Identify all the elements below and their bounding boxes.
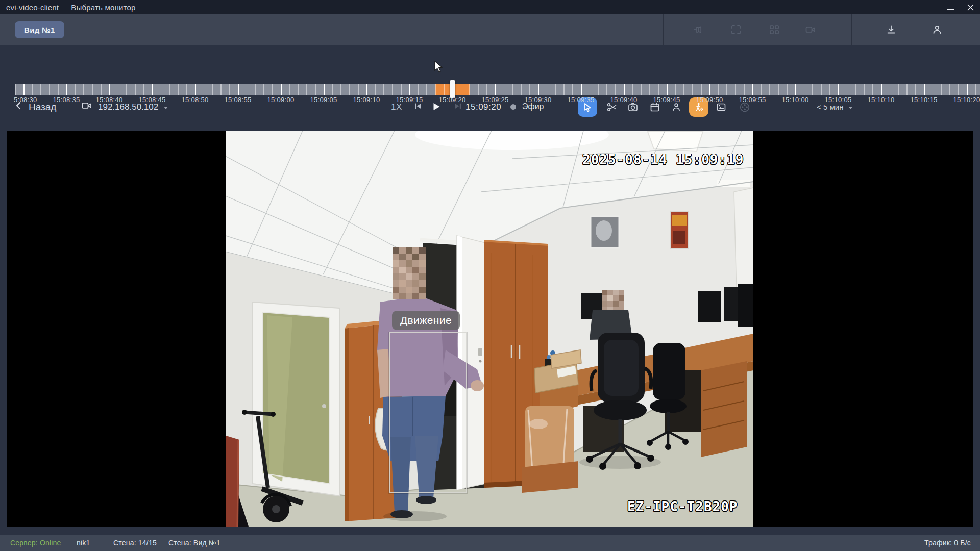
- statusbar: Сервер: Online nik1 Стена: 14/15 Стена: …: [0, 535, 980, 551]
- timeline-labels: 15:08:3015:08:3515:08:4015:08:4515:08:50…: [13, 96, 980, 105]
- timeline: 15:08:3015:08:3515:08:4015:08:4515:08:50…: [0, 77, 980, 106]
- camera-scene: [226, 131, 753, 527]
- toolbar: Назад 192.168.50.102 1X 15:09:20 Эфир: [0, 45, 980, 77]
- video-stage: Движение 2025-08-14 15:09:19 EZ-IPC-T2B2…: [7, 131, 973, 527]
- close-button[interactable]: [961, 0, 980, 14]
- fullscreen-icon[interactable]: [730, 24, 742, 35]
- window-controls: [941, 0, 980, 14]
- motion-label: Движение: [392, 311, 460, 330]
- mouse-cursor: [434, 61, 446, 73]
- server-status: Сервер: Online: [10, 539, 61, 547]
- tab-view-1[interactable]: Вид №1: [15, 21, 64, 38]
- motion-detection-box: [389, 332, 467, 493]
- osd-datetime: 2025-08-14 15:09:19: [582, 152, 744, 167]
- tabbar: Вид №1: [0, 14, 980, 45]
- app-title: evi-video-client: [6, 3, 59, 12]
- camera-model-label: EZ-IPC-T2B20P: [627, 499, 738, 514]
- pin-icon[interactable]: [693, 24, 704, 35]
- timeline-bar[interactable]: [15, 84, 980, 95]
- pixelated-face: [393, 247, 426, 299]
- wall-view-label: Стена: Вид №1: [168, 539, 220, 547]
- grid-layout-icon[interactable]: [769, 24, 780, 35]
- wall-counter: Стена: 14/15: [113, 539, 157, 547]
- video-camera-icon[interactable]: [805, 24, 816, 35]
- titlebar: evi-video-client Выбрать монитор: [0, 0, 980, 14]
- traffic-label: Трафик: 0 Б/с: [924, 539, 971, 547]
- minimize-button[interactable]: [941, 0, 961, 14]
- tabbar-divider: [851, 14, 852, 45]
- user-icon[interactable]: [932, 24, 943, 35]
- user-label: nik1: [77, 539, 90, 547]
- tabbar-divider: [663, 14, 664, 45]
- download-icon[interactable]: [886, 24, 897, 35]
- app-window: evi-video-client Выбрать монитор Вид №1: [0, 0, 980, 551]
- menu-select-monitor[interactable]: Выбрать монитор: [71, 3, 135, 12]
- video-frame[interactable]: Движение 2025-08-14 15:09:19 EZ-IPC-T2B2…: [226, 131, 753, 527]
